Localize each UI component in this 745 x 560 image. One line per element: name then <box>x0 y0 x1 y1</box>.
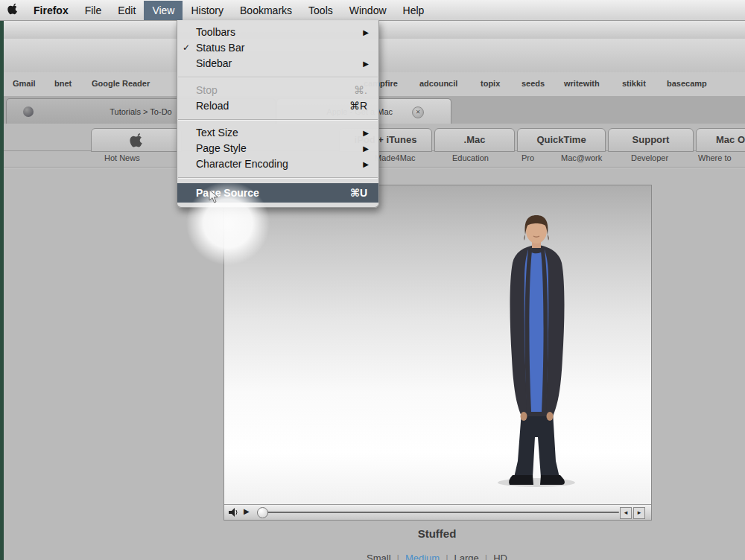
mac-guy-video-still <box>489 212 586 489</box>
bookmark-basecamp[interactable]: basecamp <box>667 79 707 88</box>
size-link-small[interactable]: Small <box>367 553 391 560</box>
bookmark-adcouncil[interactable]: adcouncil <box>419 79 457 88</box>
subnav-education[interactable]: Education <box>452 153 489 162</box>
bookmark-seeds[interactable]: seeds <box>522 79 545 88</box>
menu-edit[interactable]: Edit <box>110 1 144 20</box>
bookmark-bnet[interactable]: bnet <box>54 79 72 88</box>
site-tab-support[interactable]: Support <box>608 128 694 152</box>
menu-bookmarks[interactable]: Bookmarks <box>232 1 300 20</box>
screen: Firefox File Edit View History Bookmarks… <box>0 0 745 560</box>
menu-item-page-source[interactable]: Page Source ⌘U <box>177 183 378 203</box>
menu-item-toolbars[interactable]: Toolbars ▶ <box>177 25 378 40</box>
menu-file[interactable]: File <box>77 1 110 20</box>
subnav-where-to[interactable]: Where to <box>698 153 732 162</box>
menu-item-page-style[interactable]: Page Style ▶ <box>177 141 378 156</box>
menu-separator <box>178 77 378 77</box>
site-tab-macosx[interactable]: Mac OS X <box>696 128 745 152</box>
submenu-arrow-icon: ▶ <box>363 25 369 40</box>
menu-window[interactable]: Window <box>341 1 395 20</box>
size-link-medium[interactable]: Medium <box>405 553 440 560</box>
volume-icon[interactable] <box>229 508 239 517</box>
play-icon[interactable]: ▶ <box>244 507 250 515</box>
subnav-developer[interactable]: Developer <box>631 153 668 162</box>
menu-firefox[interactable]: Firefox <box>25 1 77 20</box>
bookmark-google-reader[interactable]: Google Reader <box>92 79 150 88</box>
menu-item-sidebar[interactable]: Sidebar ▶ <box>177 56 378 71</box>
step-forward-icon[interactable]: ▸ <box>633 507 645 519</box>
size-link-large[interactable]: Large <box>454 553 479 560</box>
subnav-hot-news[interactable]: Hot News <box>104 153 140 162</box>
subnav-made4mac[interactable]: Made4Mac <box>375 153 415 162</box>
menu-help[interactable]: Help <box>395 1 433 20</box>
menu-view[interactable]: View <box>144 1 183 20</box>
menu-history[interactable]: History <box>183 1 232 20</box>
desktop-edge <box>0 20 4 560</box>
view-menu-dropdown: Toolbars ▶ ✓ Status Bar Sidebar ▶ Stop ⌘… <box>177 20 379 208</box>
bookmark-writewith[interactable]: writewith <box>564 79 600 88</box>
seek-track[interactable] <box>257 512 619 513</box>
video-frame[interactable]: ▶ ◂ ▸ <box>224 185 652 521</box>
submenu-arrow-icon: ▶ <box>363 125 369 141</box>
apple-menu-icon[interactable] <box>0 2 25 18</box>
site-tab-dotmac[interactable]: .Mac <box>434 128 515 152</box>
site-tab-apple[interactable] <box>91 128 182 152</box>
menu-item-status-bar[interactable]: ✓ Status Bar <box>177 40 378 56</box>
shortcut-label: ⌘. <box>354 83 367 98</box>
subnav-pro[interactable]: Pro <box>522 153 534 162</box>
video-caption: Stuffed <box>224 527 650 540</box>
menu-item-text-size[interactable]: Text Size ▶ <box>177 125 378 141</box>
site-tab-quicktime[interactable]: QuickTime <box>517 128 606 152</box>
bookmark-gmail[interactable]: Gmail <box>13 79 36 88</box>
seek-knob[interactable] <box>257 507 268 518</box>
shortcut-label: ⌘R <box>349 98 367 114</box>
submenu-arrow-icon: ▶ <box>363 141 369 156</box>
menu-item-character-encoding[interactable]: Character Encoding ▶ <box>177 156 378 172</box>
subnav-mac-at-work[interactable]: Mac@work <box>561 153 602 162</box>
quicktime-controller: ▶ ◂ ▸ <box>224 504 651 520</box>
tab-close-icon[interactable]: ✕ <box>412 106 424 118</box>
menu-separator <box>178 177 378 178</box>
menu-item-reload[interactable]: Reload ⌘R <box>177 98 378 114</box>
os-menu-bar: Firefox File Edit View History Bookmarks… <box>0 0 745 21</box>
bookmark-topix[interactable]: topix <box>481 79 500 88</box>
shortcut-label: ⌘U <box>350 183 367 203</box>
step-back-icon[interactable]: ◂ <box>620 507 632 519</box>
checkmark-icon: ✓ <box>183 40 190 56</box>
video-size-links: Small|Medium|Large|HD <box>224 553 650 560</box>
submenu-arrow-icon: ▶ <box>363 156 369 172</box>
menu-tools[interactable]: Tools <box>300 1 341 20</box>
bookmark-stikkit[interactable]: stikkit <box>622 79 646 88</box>
size-link-hd[interactable]: HD <box>493 553 507 560</box>
submenu-arrow-icon: ▶ <box>363 56 369 71</box>
menu-separator <box>178 119 378 120</box>
menu-item-stop: Stop ⌘. <box>177 83 378 98</box>
